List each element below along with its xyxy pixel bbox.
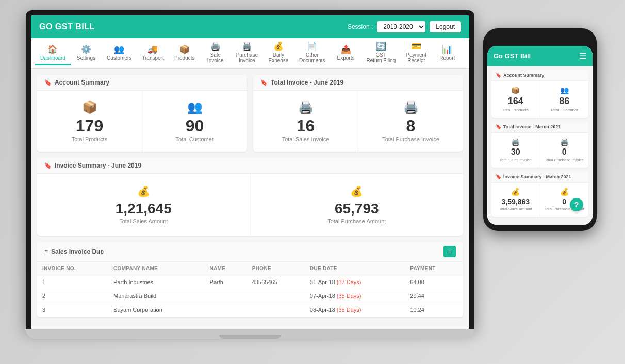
mobile-account-summary-header: 🔖 Account Summary bbox=[491, 70, 588, 81]
total-purchase-invoice-number: 8 bbox=[406, 118, 416, 134]
invoice-summary-header: 🔖 Invoice Summary - June 2019 bbox=[37, 158, 463, 174]
mob-bookmark-summary: 🔖 bbox=[496, 174, 501, 179]
nav-item-products[interactable]: 📦 Products bbox=[169, 41, 200, 65]
mob-customers-number: 86 bbox=[559, 96, 569, 107]
products-stat-icon: 📦 bbox=[82, 100, 97, 114]
logout-button[interactable]: Logout bbox=[430, 21, 461, 32]
nav-item-settings[interactable]: ⚙️ Settings bbox=[71, 41, 102, 65]
nav-item-transport[interactable]: 🚚 Transport bbox=[137, 41, 169, 65]
mobile-total-invoice: 🔖 Total Invoice - March 2021 🖨️ 30 Total… bbox=[491, 122, 588, 168]
nav-item-gst-return[interactable]: 🔄 GSTReturn Filing bbox=[361, 38, 401, 68]
purchase-invoice-icon: 🖨️ bbox=[242, 42, 252, 51]
report-icon: 📊 bbox=[442, 45, 452, 54]
mob-purchase-amount-icon: 💰 bbox=[560, 188, 569, 196]
mob-purchase-invoice-icon: 🖨️ bbox=[560, 138, 569, 146]
session-select[interactable]: 2019-2020 bbox=[377, 21, 425, 32]
gst-return-icon: 🔄 bbox=[376, 42, 386, 51]
col-company-name: COMPANY NAME bbox=[108, 262, 204, 275]
cell-invoice-2: 2 bbox=[37, 289, 108, 303]
list-icon: ≡ bbox=[44, 248, 48, 255]
nav-label-dashboard: Dashboard bbox=[40, 55, 65, 61]
mobile-invoice-header: 🔖 Total Invoice - March 2021 bbox=[491, 122, 588, 133]
mobile-notch bbox=[519, 35, 561, 44]
nav-item-purchase-invoice[interactable]: 🖨️ PurchaseInvoice bbox=[231, 38, 263, 68]
nav-label-purchase-invoice: PurchaseInvoice bbox=[236, 52, 258, 63]
nav-item-daily-expense[interactable]: 💰 DailyExpense bbox=[263, 38, 294, 68]
purchase-invoice-stat-icon: 🖨️ bbox=[403, 100, 419, 114]
mob-products-icon: 📦 bbox=[511, 86, 520, 94]
cell-phone-3 bbox=[247, 303, 305, 317]
cell-invoice-3: 3 bbox=[37, 303, 108, 317]
total-sales-amount: 1,21,645 bbox=[116, 202, 172, 216]
due-days-1: (37 Days) bbox=[337, 279, 361, 285]
mob-sales-amount-label: Total Sales Amount bbox=[499, 207, 532, 211]
header-right: Session : 2019-2020 Logout bbox=[348, 21, 461, 32]
mob-customers-icon: 👥 bbox=[560, 86, 569, 94]
payment-receipt-icon: 💳 bbox=[411, 42, 421, 51]
app-content: 🔖 Account Summary 📦 179 Total Products bbox=[31, 69, 469, 329]
cell-name-3 bbox=[205, 303, 247, 317]
table-header-row: INVOICE NO. COMPANY NAME NAME PHONE DUE … bbox=[37, 262, 463, 275]
account-summary-title: Account Summary bbox=[55, 79, 109, 86]
col-phone: PHONE bbox=[247, 262, 305, 275]
nav-item-sale-invoice[interactable]: 🖨️ SaleInvoice bbox=[200, 38, 231, 68]
mobile-account-summary: 🔖 Account Summary 📦 164 Total Products 👥 bbox=[491, 70, 588, 118]
stat-cell-purchase-invoice: 🖨️ 8 Total Purchase Invoice bbox=[358, 91, 463, 152]
amount-cell-sales: 💰 1,21,645 Total Sales Amount bbox=[37, 174, 251, 236]
total-invoice-title: Total Invoice - June 2019 bbox=[271, 79, 343, 86]
transport-icon: 🚚 bbox=[147, 45, 158, 54]
nav-item-dashboard[interactable]: 🏠 Dashboard bbox=[35, 41, 71, 65]
mob-purchase-amount-number: 0 bbox=[562, 197, 566, 206]
stat-cell-sales-invoice: 🖨️ 16 Total Sales Invoice bbox=[253, 91, 358, 152]
bookmark-icon-invoice: 🔖 bbox=[260, 79, 268, 86]
sales-due-header-left: ≡ Sales Invoice Due bbox=[44, 248, 104, 255]
mob-sales-invoice-number: 30 bbox=[511, 147, 520, 157]
sales-due-tbody: 1 Parth Industries Parth 43565465 01-Apr… bbox=[37, 275, 463, 317]
cell-due-date-2: 07-Apr-18 (35 Days) bbox=[305, 289, 405, 303]
sales-amount-icon: 💰 bbox=[137, 185, 150, 197]
mobile-app-title: Go GST Bill bbox=[494, 52, 531, 60]
purchase-amount-icon: 💰 bbox=[350, 185, 363, 197]
total-sales-invoice-label: Total Sales Invoice bbox=[282, 136, 330, 142]
table-row: 3 Sayam Corporation 08-Apr-18 (35 Days) … bbox=[37, 303, 463, 317]
total-sales-invoice-number: 16 bbox=[297, 118, 315, 134]
mobile-sales-amount: 💰 3,59,863 Total Sales Amount bbox=[491, 183, 540, 217]
session-label: Session : bbox=[348, 23, 373, 30]
nav-item-report[interactable]: 📊 Report bbox=[432, 41, 463, 65]
mobile-invoice-stats: 🖨️ 30 Total Sales Invoice 🖨️ 0 Total Pur… bbox=[491, 133, 588, 168]
mob-sales-invoice-label: Total Sales Invoice bbox=[499, 158, 532, 162]
mobile-content: 🔖 Account Summary 📦 164 Total Products 👥 bbox=[487, 66, 593, 225]
nav-label-customers: Customers bbox=[107, 55, 131, 61]
due-days-3: (35 Days) bbox=[337, 307, 361, 313]
nav-item-customers[interactable]: 👥 Customers bbox=[102, 41, 137, 65]
cell-phone-2 bbox=[247, 289, 305, 303]
nav-item-other-documents[interactable]: 📄 OtherDocuments bbox=[294, 38, 331, 68]
bookmark-icon-summary: 🔖 bbox=[44, 162, 52, 169]
bookmark-icon-account: 🔖 bbox=[44, 79, 52, 86]
mobile-account-stats: 📦 164 Total Products 👥 86 Total Customer bbox=[491, 81, 588, 118]
nav-item-exports[interactable]: 📤 Exports bbox=[331, 41, 361, 65]
laptop-screen: GO GST BILL Session : 2019-2020 Logout 🏠… bbox=[31, 15, 469, 329]
cell-payment-3: 10.24 bbox=[405, 303, 463, 317]
mob-sales-amount-number: 3,59,863 bbox=[502, 197, 530, 206]
col-payment: PAYMENT bbox=[405, 262, 463, 275]
account-summary-header: 🔖 Account Summary bbox=[37, 75, 247, 91]
mob-products-number: 164 bbox=[508, 96, 523, 107]
other-documents-icon: 📄 bbox=[307, 42, 317, 51]
laptop-screen-outer: GO GST BILL Session : 2019-2020 Logout 🏠… bbox=[26, 10, 474, 329]
nav-label-transport: Transport bbox=[142, 55, 163, 61]
products-icon: 📦 bbox=[179, 45, 190, 54]
nav-item-payment-receipt[interactable]: 💳 PaymentReceipt bbox=[401, 38, 432, 68]
mobile-menu-icon[interactable]: ☰ bbox=[579, 51, 586, 61]
mobile-stat-customers: 👥 86 Total Customer bbox=[540, 81, 589, 118]
table-view-button[interactable]: ≡ bbox=[443, 246, 456, 257]
account-summary-card: 🔖 Account Summary 📦 179 Total Products bbox=[37, 75, 247, 152]
mobile-inv-summary-title: Invoice Summary - March 2021 bbox=[503, 174, 571, 179]
mob-sales-invoice-icon: 🖨️ bbox=[511, 138, 520, 146]
total-invoice-header: 🔖 Total Invoice - June 2019 bbox=[253, 75, 463, 91]
customers-icon: 👥 bbox=[114, 45, 124, 54]
mobile-fab[interactable]: ? bbox=[570, 198, 583, 211]
mob-purchase-invoice-number: 0 bbox=[562, 147, 567, 157]
nav-label-other-documents: OtherDocuments bbox=[299, 52, 325, 63]
nav-label-gst-return: GSTReturn Filing bbox=[367, 52, 396, 63]
